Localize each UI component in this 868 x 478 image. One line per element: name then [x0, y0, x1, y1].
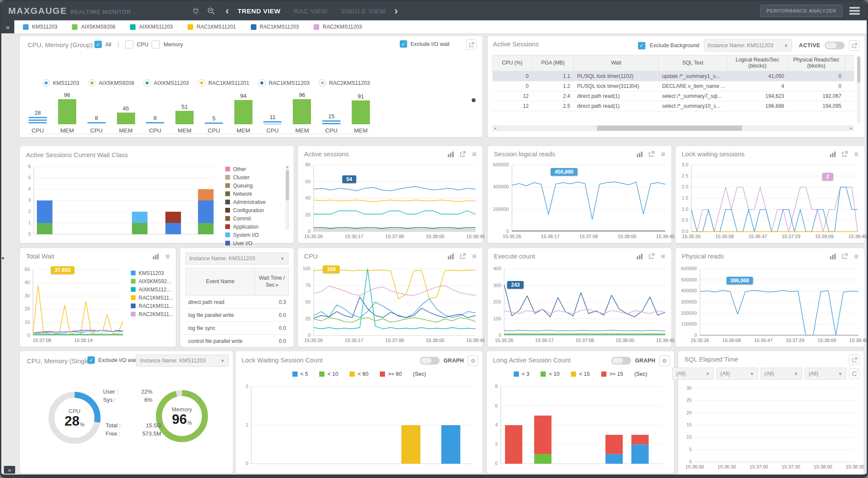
table-row[interactable]: log file sync0.0	[186, 322, 289, 335]
chart-menu-icon[interactable]: ≡	[470, 252, 478, 260]
legend-item-aix5kms9208[interactable]: AIX5KMS9208	[72, 24, 115, 30]
bar-chart-icon[interactable]	[447, 150, 455, 158]
expand-legend-button[interactable]: »	[1, 20, 14, 33]
legend-item-administrative[interactable]: Administrative	[225, 198, 266, 206]
bar-chart-icon[interactable]	[829, 150, 837, 158]
table-row[interactable]: 01.1PL/SQL lock timer(1102)update /*_sum…	[492, 71, 855, 81]
chevron-left-icon[interactable]: ‹	[224, 6, 231, 16]
exclude-io-checkbox[interactable]: ✓	[87, 356, 95, 364]
legend-item-system-i-o[interactable]: System I/O	[225, 231, 266, 239]
popout-icon[interactable]	[466, 39, 476, 50]
table-row[interactable]: 122.4direct path read(1)select /*_summar…	[492, 91, 855, 101]
bar-chart-icon[interactable]	[636, 150, 644, 158]
column-header[interactable]: SQL Text	[659, 55, 727, 71]
carousel-dot[interactable]	[472, 98, 476, 102]
legend-item-kms11203[interactable]: KMS11203	[23, 24, 57, 30]
bar-chart-icon[interactable]	[152, 252, 160, 260]
popout-icon[interactable]	[648, 150, 655, 158]
legend-item-60[interactable]: >= 60	[380, 371, 402, 377]
gear-icon[interactable]: ⚙	[468, 355, 478, 366]
popout-icon[interactable]	[841, 252, 849, 260]
main-menu-icon[interactable]	[849, 6, 860, 16]
chart-menu-icon[interactable]: ≡	[852, 150, 860, 158]
legend-item-network[interactable]: Network	[225, 190, 266, 198]
sql-filter-dropdown-2[interactable]: (All)▼	[716, 368, 758, 380]
exclude-io-checkbox[interactable]: ✓	[400, 40, 407, 48]
legend-item-aix5kms92[interactable]: AIX5KMS92...	[131, 277, 173, 285]
instance-dropdown[interactable]: Instance Name: KMS11203▼	[185, 252, 288, 265]
bar-chart-icon[interactable]	[636, 252, 644, 260]
instance-dropdown[interactable]: Instance Name: KMS11203▼	[136, 355, 229, 367]
legend-item-15[interactable]: >= 15	[601, 371, 623, 377]
all-checkbox[interactable]: ✓	[94, 41, 102, 48]
legend-item-user-i-o[interactable]: User I/O	[225, 239, 266, 247]
instance-radio-kms11203[interactable]: KMS11203	[42, 79, 79, 87]
legend-item-queuing[interactable]: Queuing	[225, 181, 266, 190]
performance-analyzer-button[interactable]: PERFORMANCE ANALYZER	[760, 5, 842, 17]
legend-item-10[interactable]: < 10	[319, 371, 338, 377]
scroll-right-icon[interactable]: ►	[848, 125, 854, 131]
instance-radio-rac2kms11203[interactable]: RAC2KMS11203	[319, 79, 370, 87]
collapse-arrow-icon[interactable]: ◂	[1, 255, 4, 261]
legend-item-application[interactable]: Application	[225, 223, 266, 231]
chart-menu-icon[interactable]: ≡	[659, 150, 667, 158]
column-header[interactable]: Logical Reads/Sec (blocks)	[727, 55, 788, 71]
sql-filter-dropdown-3[interactable]: (All)▼	[761, 368, 802, 380]
legend-item-rac1kms11203[interactable]: RAC1KMS11203	[251, 24, 299, 30]
bar-chart-icon[interactable]	[829, 252, 837, 260]
refresh-icon[interactable]	[849, 368, 859, 379]
popout-icon[interactable]	[459, 252, 466, 260]
legend-item-5[interactable]: < 5	[292, 371, 308, 377]
legend-item-cluster[interactable]: Cluster	[225, 173, 266, 181]
chart-menu-icon[interactable]: ≡	[470, 150, 478, 158]
chart-menu-icon[interactable]: ≡	[852, 252, 860, 260]
table-row[interactable]: control file parallel write0.0	[186, 335, 289, 348]
column-header[interactable]: Wait Time / Sec ▾	[255, 268, 289, 296]
table-horizontal-scrollbar[interactable]: ◄ ►	[492, 125, 854, 131]
legend-item-rac2kms11203[interactable]: RAC2KMS11203	[314, 24, 362, 30]
table-vertical-scrollbar[interactable]	[857, 56, 861, 123]
sql-filter-dropdown-1[interactable]: (All)▼	[672, 368, 714, 380]
plug-icon[interactable]	[190, 5, 201, 16]
column-header[interactable]: Wait	[574, 55, 659, 71]
table-row[interactable]: 01.2PL/SQL lock timer(311304)DECLARE v_i…	[492, 81, 855, 91]
search-chart-icon[interactable]	[206, 5, 217, 16]
sort-desc-icon[interactable]: ▾	[275, 283, 278, 287]
instance-radio-rac1kms11203[interactable]: RAC1KMS11203	[258, 79, 309, 87]
tab-rac-view[interactable]: RAC VIEW	[294, 7, 328, 15]
legend-item-10[interactable]: < 10	[541, 371, 560, 377]
bar-chart-icon[interactable]	[447, 252, 455, 260]
popout-icon[interactable]	[459, 150, 466, 158]
legend-item-15[interactable]: < 15	[571, 371, 590, 377]
legend-item-rac1kms11[interactable]: RAC1KMS11...	[131, 302, 173, 310]
scroll-up-icon[interactable]: ▲	[285, 165, 289, 168]
popout-icon[interactable]	[849, 40, 859, 51]
scroll-left-icon[interactable]: ◄	[492, 125, 498, 131]
legend-item-60[interactable]: < 60	[350, 371, 369, 377]
sql-filter-dropdown-4[interactable]: (All)▼	[805, 368, 846, 380]
legend-item-configuration[interactable]: Configuration	[225, 206, 266, 214]
column-header[interactable]	[845, 55, 855, 71]
popout-icon[interactable]	[648, 252, 655, 260]
column-header[interactable]: Event Name	[186, 268, 255, 296]
column-header[interactable]: Physical Reads/Sec (blocks)	[788, 55, 845, 71]
legend-item-aixkms11203[interactable]: AIXKMS11203	[130, 24, 173, 30]
graph-toggle[interactable]	[420, 357, 440, 365]
column-header[interactable]: PGA (MB)	[532, 55, 574, 71]
instance-dropdown[interactable]: Instance Name: KMS11203▼	[704, 39, 792, 52]
active-toggle[interactable]	[825, 42, 845, 49]
legend-item-rac2kms11[interactable]: RAC2KMS11...	[131, 310, 173, 318]
tab-single-view[interactable]: SINGLE VIEW	[341, 7, 386, 15]
legend-item-3[interactable]: < 3	[514, 371, 530, 377]
tab-trend-view[interactable]: TREND VIEW	[238, 7, 281, 15]
column-header[interactable]: CPU (%)	[492, 55, 532, 71]
graph-toggle[interactable]	[611, 357, 631, 365]
instance-radio-aixkms11203[interactable]: AIXKMS11203	[143, 79, 189, 87]
table-row[interactable]: log file parallel write0.0	[186, 309, 289, 322]
legend-item-commit[interactable]: Commit	[225, 214, 266, 223]
legend-scrollbar[interactable]: ▲	[285, 165, 289, 230]
popout-icon[interactable]	[841, 150, 849, 158]
chart-menu-icon[interactable]: ≡	[164, 252, 172, 260]
legend-item-rac1kms11201[interactable]: RAC1KMS11201	[188, 24, 236, 30]
table-row[interactable]: 122.5direct path read(1)select /*_summar…	[492, 101, 855, 111]
